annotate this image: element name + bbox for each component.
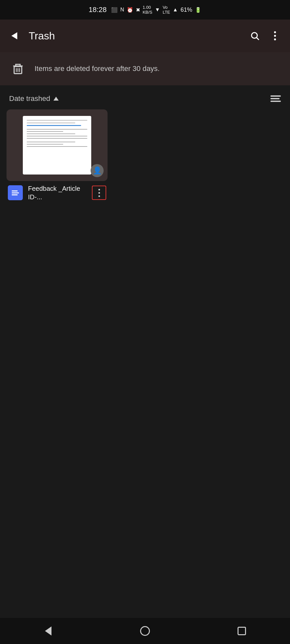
svg-point-0 [252, 33, 257, 38]
app-bar: Trash [0, 20, 290, 52]
more-icon [98, 192, 100, 194]
back-button[interactable] [7, 28, 22, 44]
battery-icon: 🔋 [195, 7, 201, 13]
file-name: Feedback _Article ID-... [28, 184, 87, 201]
person-icon: 👤 [93, 166, 102, 175]
doc-line [27, 142, 75, 142]
search-icon [250, 31, 260, 41]
document-icon [12, 190, 19, 195]
app-bar-actions [246, 27, 283, 44]
doc-line [27, 131, 63, 132]
info-banner: Items are deleted forever after 30 days. [0, 52, 290, 85]
nav-home-button[interactable] [135, 621, 155, 641]
bluetooth-icon: ✖ [136, 7, 140, 13]
status-bar: 18:28 ⬛ N ⏰ ✖ 1.00KB/S ▼ VoLTE ▲ 61% 🔋 [0, 0, 290, 20]
nfc-icon: N [120, 7, 124, 13]
list-view-icon [270, 95, 281, 97]
search-button[interactable] [246, 27, 263, 44]
sort-bar: Date trashed [0, 85, 290, 106]
more-icon [98, 189, 100, 190]
list-item[interactable]: 👤 Feedback _Article ID-... [7, 109, 108, 204]
info-message: Items are deleted forever after 30 days. [35, 64, 160, 73]
file-more-button[interactable] [92, 186, 106, 200]
doc-preview [23, 116, 91, 175]
trash-icon [11, 62, 24, 75]
status-icons: ⬛ N ⏰ ✖ 1.00KB/S ▼ VoLTE ▲ 61% 🔋 [111, 5, 201, 15]
nav-home-icon [140, 626, 150, 636]
file-info-row: Feedback _Article ID-... [7, 181, 108, 204]
file-type-icon [8, 185, 23, 200]
doc-line [27, 138, 87, 139]
wifi-icon: ▼ [155, 7, 160, 13]
shared-avatar: 👤 [91, 164, 104, 177]
doc-line [27, 122, 75, 123]
svg-line-1 [257, 38, 259, 40]
nav-back-icon [45, 626, 51, 636]
doc-line [27, 129, 87, 130]
status-time: 18:28 [89, 6, 107, 14]
doc-line [27, 125, 81, 126]
file-grid: 👤 Feedback _Article ID-... [0, 106, 290, 211]
nav-bar [0, 618, 290, 644]
doc-line [27, 136, 87, 136]
alarm-icon: ⏰ [127, 7, 133, 13]
battery-level: 61% [181, 7, 192, 13]
nav-back-button[interactable] [38, 621, 58, 641]
file-thumbnail: 👤 [7, 109, 108, 181]
more-icon [98, 195, 100, 197]
sort-label-text: Date trashed [9, 94, 50, 103]
list-view-icon [270, 98, 280, 99]
signal-icon: ▲ [173, 7, 178, 13]
nav-recents-button[interactable] [232, 621, 252, 641]
doc-line [27, 146, 87, 147]
lte-icon: VoLTE [163, 5, 170, 15]
doc-line [27, 144, 63, 145]
sort-direction-icon [53, 97, 59, 101]
data-speed-icon: 1.00KB/S [143, 5, 152, 15]
sort-button[interactable]: Date trashed [9, 94, 59, 103]
list-view-button[interactable] [270, 95, 281, 102]
teams-icon: ⬛ [111, 7, 118, 13]
nav-recents-icon [238, 627, 246, 635]
doc-line [27, 120, 87, 121]
back-arrow-icon [11, 32, 17, 39]
trash-icon-container [9, 60, 27, 77]
list-view-icon [270, 101, 281, 102]
doc-line [27, 133, 75, 134]
more-options-button[interactable] [267, 27, 283, 44]
more-options-icon [274, 31, 276, 40]
page-title: Trash [29, 30, 240, 42]
